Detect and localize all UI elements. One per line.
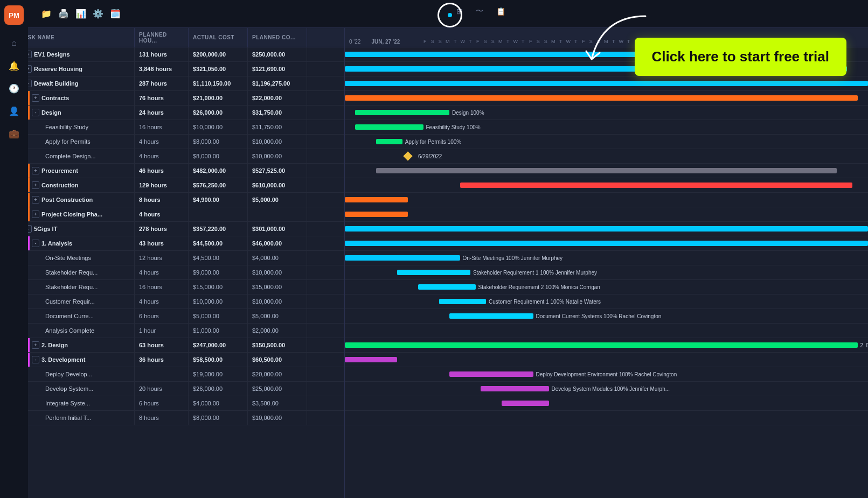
expand-icon[interactable]: +	[32, 211, 39, 218]
table-row[interactable]: 17On-Site Meetings12 hours$4,500.00$4,00…	[0, 251, 344, 265]
sidebar: PM ⌂ 🔔 🕐 👤 💼	[0, 0, 28, 498]
planned-hours: 36 hours	[135, 353, 189, 367]
table-row[interactable]: 3+EV1 Designs131 hours$200,000.00$250,00…	[0, 47, 344, 62]
gantt-bar-label: Design 100%	[452, 110, 484, 116]
table-row[interactable]: 26Develop System...20 hours$26,000.00$25…	[0, 382, 344, 396]
table-row[interactable]: 6+Contracts76 hours$21,000.00$22,000.00	[0, 91, 344, 106]
task-name[interactable]: +Procurement	[16, 164, 135, 178]
sidebar-item-home[interactable]: ⌂	[4, 33, 24, 53]
toolbar-icon-chart[interactable]: 📊	[75, 9, 86, 19]
table-row[interactable]: 5-Dewalt Building287 hours$1,110,150.00$…	[0, 76, 344, 91]
task-name[interactable]: -Dewalt Building	[16, 76, 135, 90]
task-name[interactable]: Analysis Complete	[16, 324, 135, 338]
table-row[interactable]: 16-1. Analysis43 hours$44,500.00$46,000.…	[0, 236, 344, 251]
color-bar	[28, 193, 30, 207]
table-row[interactable]: 28Perform Initial T...8 hours$8,000.00$1…	[0, 411, 344, 425]
task-name[interactable]: -1. Analysis	[16, 236, 135, 250]
task-name[interactable]: -5Gigs IT	[16, 222, 135, 236]
table-row[interactable]: 8Feasibility Study16 hours$10,000.00$11,…	[0, 120, 344, 135]
planned-hours: 6 hours	[135, 309, 189, 323]
chart-mode-icon[interactable]: 〜	[476, 6, 483, 16]
task-name[interactable]: Apply for Permits	[16, 135, 135, 149]
task-name[interactable]: +EV1 Designs	[16, 47, 135, 61]
table-row[interactable]: 14+Project Closing Pha...4 hours	[0, 207, 344, 222]
sidebar-item-users[interactable]: 👤	[4, 101, 24, 121]
gantt-bar	[355, 110, 449, 115]
table-row[interactable]: 15-5Gigs IT278 hours$357,220.00$301,000.…	[0, 222, 344, 236]
task-name[interactable]: Customer Requir...	[16, 294, 135, 308]
task-name[interactable]: +Project Closing Pha...	[16, 207, 135, 221]
task-name[interactable]: On-Site Meetings	[16, 251, 135, 265]
task-name[interactable]: Deploy Develop...	[16, 367, 135, 381]
table-section: ALL TASK NAME PLANNED HOU... ACTUAL COST…	[0, 28, 345, 498]
task-name[interactable]: Document Curre...	[16, 309, 135, 323]
cta-button[interactable]: Click here to start free trial	[635, 38, 846, 76]
planned-cost: $10,000.00	[248, 149, 307, 163]
collapse-icon[interactable]: -	[32, 356, 39, 363]
table-row[interactable]: 9Apply for Permits4 hours$8,000.00$10,00…	[0, 135, 344, 149]
task-name[interactable]: +2. Design	[16, 338, 135, 352]
table-row[interactable]: 13+Post Construction8 hours$4,900.00$5,0…	[0, 193, 344, 207]
task-name[interactable]: Stakeholder Requ...	[16, 265, 135, 279]
expand-icon[interactable]: +	[32, 341, 39, 349]
gantt-bar	[397, 270, 470, 275]
color-bar	[28, 91, 30, 105]
gantt-bar	[345, 197, 408, 202]
sidebar-item-notifications[interactable]: 🔔	[4, 56, 24, 75]
toolbar-icon-save[interactable]: 📁	[41, 9, 52, 19]
table-row[interactable]: 22Analysis Complete1 hour$1,000.00$2,000…	[0, 324, 344, 338]
sidebar-item-history[interactable]: 🕐	[4, 79, 24, 98]
sidebar-item-projects[interactable]: 💼	[4, 124, 24, 143]
task-name[interactable]: Develop System...	[16, 382, 135, 396]
collapse-icon[interactable]: -	[32, 240, 39, 247]
planned-cost: $20,000.00	[248, 367, 307, 381]
task-name[interactable]: -Design	[16, 106, 135, 120]
gantt-bar	[439, 299, 486, 304]
planned-cost: $60,500.00	[248, 353, 307, 367]
task-name[interactable]: Integrate Syste...	[16, 396, 135, 410]
table-row[interactable]: 24-3. Development36 hours$58,500.00$60,5…	[0, 353, 344, 367]
planned-cost: $5,000.00	[248, 193, 307, 207]
table-row[interactable]: 20Customer Requir...4 hours$10,000.00$10…	[0, 294, 344, 309]
task-name[interactable]: Stakeholder Requ...	[16, 280, 135, 294]
table-row[interactable]: 21Document Curre...6 hours$5,000.00$5,00…	[0, 309, 344, 324]
task-name[interactable]: +Contracts	[16, 91, 135, 105]
cta-arrow	[570, 11, 656, 86]
toolbar-icon-print[interactable]: 🖨️	[58, 9, 69, 19]
task-name[interactable]: Feasibility Study	[16, 120, 135, 134]
toolbar-icon-settings[interactable]: ⚙️	[93, 9, 103, 19]
clipboard-icon[interactable]: 📋	[496, 7, 505, 16]
toolbar-icon-calendar[interactable]: 🗓️	[110, 9, 121, 19]
expand-icon[interactable]: +	[32, 181, 39, 189]
table-row[interactable]: 4+Reserve Housing3,848 hours$321,050.00$…	[0, 62, 344, 76]
task-name[interactable]: +Post Construction	[16, 193, 135, 207]
gantt-row: Feasibility Study 100%	[345, 120, 868, 135]
expand-icon[interactable]: +	[32, 167, 39, 174]
expand-icon[interactable]: +	[32, 196, 39, 204]
gantt-bar-label: Apply for Permits 100%	[405, 139, 462, 145]
task-name[interactable]: -3. Development	[16, 353, 135, 367]
planned-hours: 46 hours	[135, 164, 189, 178]
expand-icon[interactable]: +	[32, 94, 39, 102]
app-logo[interactable]: PM	[4, 5, 24, 25]
table-row[interactable]: 12+Construction129 hours$576,250.00$610,…	[0, 178, 344, 193]
table-row[interactable]: 10Complete Design...4 hours$8,000.00$10,…	[0, 149, 344, 164]
gantt-row	[345, 324, 868, 338]
table-row[interactable]: 19Stakeholder Requ...16 hours$15,000.00$…	[0, 280, 344, 294]
table-row[interactable]: 18Stakeholder Requ...4 hours$9,000.00$10…	[0, 265, 344, 280]
table-row[interactable]: 7-Design24 hours$26,000.00$31,750.00	[0, 106, 344, 120]
task-name[interactable]: +Reserve Housing	[16, 62, 135, 76]
gantt-row	[345, 411, 868, 425]
planned-cost: $31,750.00	[248, 106, 307, 120]
collapse-icon[interactable]: -	[32, 109, 39, 116]
task-name[interactable]: Complete Design...	[16, 149, 135, 163]
gantt-bar	[460, 183, 852, 188]
table-row[interactable]: 11+Procurement46 hours$482,000.00$527,52…	[0, 164, 344, 178]
table-row[interactable]: 27Integrate Syste...6 hours$4,000.00$3,5…	[0, 396, 344, 411]
gantt-mode-icon[interactable]: ⊞	[456, 7, 463, 16]
color-bar	[28, 178, 30, 192]
table-row[interactable]: 23+2. Design63 hours$247,000.00$150,500.…	[0, 338, 344, 353]
table-row[interactable]: 25Deploy Develop...$19,000.00$20,000.00	[0, 367, 344, 382]
task-name[interactable]: +Construction	[16, 178, 135, 192]
task-name[interactable]: Perform Initial T...	[16, 411, 135, 425]
